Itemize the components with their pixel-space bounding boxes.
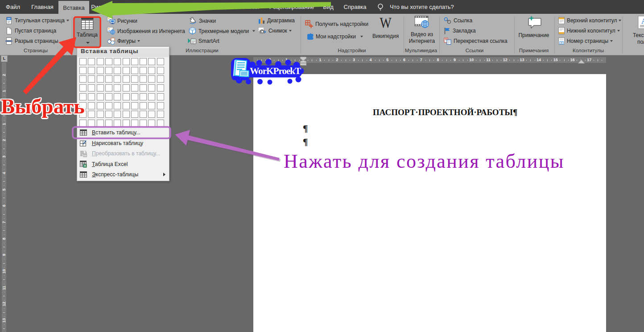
svg-text:X: X — [84, 164, 86, 168]
svg-text:A: A — [641, 17, 644, 25]
